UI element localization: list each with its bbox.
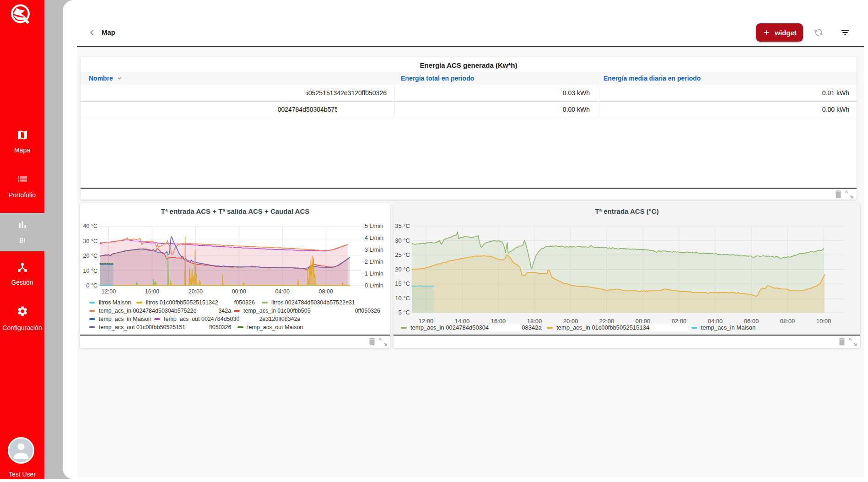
widget-footer-divider [81,188,857,189]
legend-color-dash [89,326,95,328]
app-window: MapaPortofolioBIGestiónConfiguración Tes… [0,0,868,479]
chart-legend-row: temp_acs_in 0024784d5030408342atemp_acs_… [394,324,860,331]
user-name[interactable]: Test User [0,471,44,478]
legend-color-dash [234,310,240,312]
sort-desc-icon[interactable] [116,75,123,82]
sidebar-item-mapa[interactable]: Mapa [0,126,44,158]
gear-icon [16,305,28,317]
sidebar-item-portofolio[interactable]: Portofolio [0,170,44,202]
redaction-box [218,298,234,306]
add-widget-button[interactable]: widget [756,23,803,42]
left-chart-widget: Tª entrada ACS + Tª salida ACS + Caudal … [80,203,390,348]
y-axis-label: 20 °C [83,253,97,259]
y-axis-label: 25 °C [395,251,410,258]
legend-item[interactable]: temp_acs_in Maison [691,324,755,331]
legend-color-dash [89,318,95,320]
resize-widget-handle[interactable] [377,336,388,347]
resize-icon [844,189,855,200]
resize-widget-handle[interactable] [844,189,855,200]
sidebar: MapaPortofolioBIGestiónConfiguración Tes… [0,0,44,479]
legend-item[interactable]: temp_acs_in 01c00fbb5052515134 [547,324,690,331]
x-axis-label: 04:00 [275,288,290,295]
redaction-box [239,315,259,323]
legend-item[interactable]: temp_acs_in Maison [89,315,151,323]
legend-text: temp_acs_in 01c00fbb505 [243,308,311,314]
main-panel: Map widget Energía ACS generada (Kw*h) N… [63,0,868,479]
trash-icon [833,189,843,199]
legend-item[interactable]: temp_acs_in 01c00fbb5050ff050326 [234,307,380,314]
table-header-total[interactable]: Energía total en periodo [401,72,474,85]
legend-item[interactable]: temp_acs_out Maison [237,323,303,331]
sidebar-item-label: Gestión [0,279,44,286]
right-chart-widget: Tª entrada ACS (°C)35 °C30 °C25 °C20 °C1… [394,203,860,348]
column-header-text: Energía total en periodo [401,75,474,82]
delete-widget-button[interactable] [367,336,378,347]
sidebar-item-bi[interactable]: BI [0,213,44,251]
table-header-nombre[interactable]: Nombre [89,72,123,85]
cell-text: 50525151342e3120ff050326 [305,89,387,97]
delete-widget-button[interactable] [837,336,848,347]
sidebar-item-label: BI [0,237,44,244]
cell-text: 0024784d50304b575 [278,106,338,113]
legend-color-dash [136,302,142,303]
legend-text: litros 0024784d50304b57522e31 [271,299,355,306]
back-button[interactable] [86,27,97,38]
resize-widget-handle[interactable] [847,336,858,347]
resize-icon [847,336,858,347]
legend-item[interactable]: temp_acs_out 0024784d50302e3120ff08342a [154,315,301,323]
series-area [412,286,433,313]
x-axis-label: 16:00 [145,288,159,295]
filter-button[interactable] [836,23,854,42]
sidebar-item-label: Configuración [0,324,44,331]
legend-color-dash [237,326,243,328]
x-axis-label: 20:00 [189,288,203,295]
table-row-name[interactable]: 0024784d50304b575 [81,101,387,118]
table-row-avg[interactable]: 0.00 kWh [597,101,849,118]
legend-item[interactable]: temp_acs_in 0024784d5030408342a [401,324,542,331]
list-icon [16,173,28,185]
delete-widget-button[interactable] [833,189,844,200]
legend-text: temp_acs_in Maison [701,324,755,331]
sidebar-item-label: Mapa [0,146,44,154]
y-axis-label-right: 4 L/min [365,235,383,241]
plus-icon [762,28,771,37]
legend-item[interactable]: litros 01c00fbb50525151342f050326 [136,298,255,306]
table-widget-title: Energía ACS generada (Kw*h) [81,61,857,69]
refresh-button[interactable] [809,23,828,42]
redaction-box [304,85,307,101]
legend-item[interactable]: litros 0024784d50304b57522e31 [262,298,355,306]
legend-color-dash [89,302,95,303]
y-axis-label-right: 3 L/min [365,247,383,253]
y-axis-label-right: 2 L/min [365,259,383,265]
sidebar-item-configuracion[interactable]: Configuración [0,303,44,335]
x-axis-label: 12:00 [102,288,116,295]
legend-item[interactable]: litros Maison [89,298,131,306]
y-axis-label: 40 °C [83,223,97,229]
sidebar-item-gestion[interactable]: Gestión [0,259,44,291]
company-logo[interactable] [10,3,32,25]
legend-text: f050326 [234,299,255,306]
table-row-name[interactable]: 50525151342e3120ff050326 [81,85,387,101]
y-axis-label: 30 °C [395,237,410,244]
bar-chart-icon [16,219,28,231]
table-divider [81,118,857,118]
widget-footer [80,336,390,348]
chevron-left-icon [86,27,97,38]
legend-text: 342a [218,308,231,314]
avatar[interactable] [8,437,34,464]
legend-color-dash [401,327,407,329]
table-header-media[interactable]: Energía media diaria en periodo [604,72,701,85]
legend-color-dash [691,327,697,329]
table-row-total[interactable]: 0.00 kWh [394,101,590,118]
widget-footer [394,336,860,348]
legend-item[interactable]: temp_acs_in 0024784d50304b57522e342a [89,307,231,314]
table-row-avg[interactable]: 0.01 kWh [597,85,849,101]
legend-item[interactable]: temp_acs_out 01c00fbb50525151ff050326 [89,323,231,331]
table-row-total[interactable]: 0.03 kWh [394,85,590,101]
redaction-box [311,307,355,314]
x-axis-label: 08:00 [319,288,333,295]
y-axis-label: 5 °C [399,309,410,316]
legend-text: temp_acs_in 0024784d50304 [410,324,489,331]
series-area [100,264,113,286]
y-axis-label-right: 5 L/min [365,223,383,229]
